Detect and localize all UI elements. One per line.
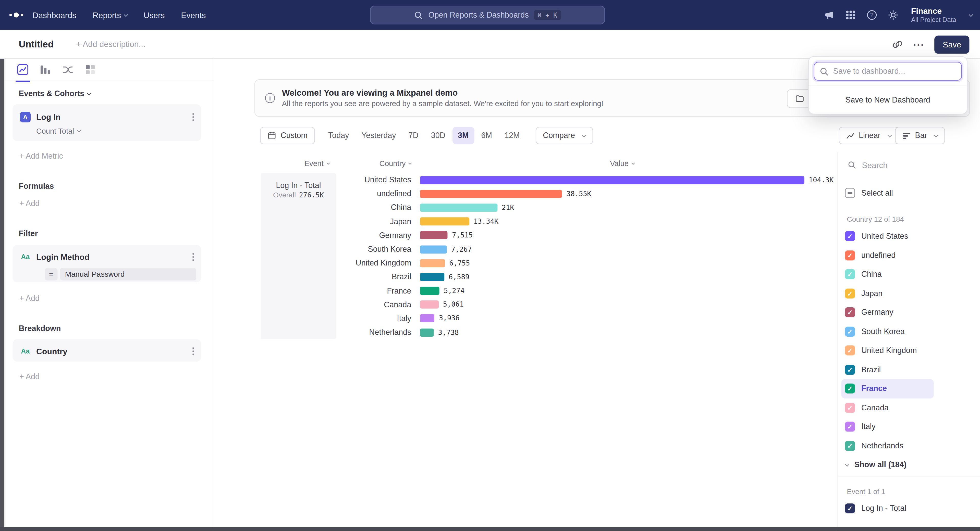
show-all-button[interactable]: Show all (184)	[838, 455, 980, 474]
project-switcher[interactable]: Finance All Project Data	[911, 6, 956, 24]
chart-type-button[interactable]: Bar	[895, 127, 945, 144]
preset-6m[interactable]: 6M	[476, 127, 498, 144]
bar-china[interactable]	[420, 203, 497, 212]
filter-item-netherlands[interactable]: Netherlands	[841, 436, 934, 455]
checkbox-checked-icon[interactable]	[845, 403, 855, 413]
checkbox-checked-icon[interactable]	[845, 308, 855, 317]
checkbox-checked-icon[interactable]	[845, 250, 855, 260]
aggregation-selector[interactable]: Count Total	[36, 127, 201, 135]
events-section-header[interactable]: Events & Cohorts	[19, 89, 90, 98]
add-breakdown-button[interactable]: + Add	[19, 372, 40, 381]
tab-insights[interactable]	[17, 59, 29, 81]
apps-grid-icon[interactable]	[845, 10, 856, 21]
checkbox-checked-icon[interactable]	[845, 384, 855, 393]
checkbox-checked-icon[interactable]	[845, 422, 855, 432]
kebab-menu-icon[interactable]	[191, 250, 195, 263]
horizontal-scrollbar[interactable]	[0, 527, 980, 531]
checkbox-checked-icon[interactable]	[845, 269, 855, 279]
divider	[838, 477, 980, 477]
breakdown-section-label: Breakdown	[19, 324, 61, 333]
select-all-checkbox[interactable]	[845, 188, 855, 198]
checkbox-checked-icon[interactable]	[845, 441, 855, 451]
nav-users[interactable]: Users	[143, 10, 165, 20]
column-header-event[interactable]: Event	[304, 159, 329, 168]
preset-3m[interactable]: 3M	[452, 127, 474, 144]
category-label: United Kingdom	[336, 258, 411, 267]
save-to-new-dashboard-option[interactable]: Save to New Dashboard	[814, 86, 962, 114]
kebab-menu-icon[interactable]	[191, 345, 195, 358]
bar-france[interactable]	[420, 287, 439, 295]
nav-events[interactable]: Events	[181, 10, 206, 20]
settings-gear-icon[interactable]	[887, 10, 899, 21]
nav-dashboards[interactable]: Dashboards	[32, 10, 76, 20]
filter-item-united-states[interactable]: United States	[841, 227, 934, 246]
bar-united-kingdom[interactable]	[420, 259, 445, 267]
kebab-menu-icon[interactable]	[191, 111, 195, 123]
event-name[interactable]: Log In	[36, 112, 191, 122]
add-filter-button[interactable]: + Add	[19, 294, 40, 303]
checkbox-checked-icon[interactable]	[845, 504, 855, 514]
add-formula-button[interactable]: + Add	[19, 199, 40, 208]
checkbox-checked-icon[interactable]	[845, 231, 855, 241]
bar-germany[interactable]	[420, 231, 448, 239]
vertical-scrollbar[interactable]	[0, 59, 4, 531]
tab-flows[interactable]	[62, 59, 74, 81]
checkbox-checked-icon[interactable]	[845, 346, 855, 355]
filter-operator[interactable]: =	[45, 268, 57, 280]
compare-button[interactable]: Compare	[535, 127, 593, 144]
global-search-button[interactable]: Open Reports & Dashboards ⌘ + K	[370, 6, 605, 24]
preset-12m[interactable]: 12M	[499, 127, 525, 144]
save-dashboard-input[interactable]	[814, 62, 962, 80]
filter-property-name[interactable]: Login Method	[36, 252, 191, 262]
filter-item-china[interactable]: China	[841, 265, 934, 284]
tab-funnels[interactable]	[39, 59, 51, 81]
report-title[interactable]: Untitled	[19, 39, 54, 49]
filter-item-united-kingdom[interactable]: United Kingdom	[841, 341, 934, 360]
preset-7d[interactable]: 7D	[403, 127, 424, 144]
bar-south-korea[interactable]	[420, 245, 447, 253]
add-description-field[interactable]: + Add description...	[76, 39, 145, 49]
checkbox-checked-icon[interactable]	[845, 327, 855, 336]
more-options-icon[interactable]	[913, 39, 924, 50]
add-metric-button[interactable]: + Add Metric	[19, 152, 63, 160]
bar-japan[interactable]	[420, 217, 469, 226]
filter-item-japan[interactable]: Japan	[841, 284, 934, 303]
filter-item-south-korea[interactable]: South Korea	[841, 322, 934, 341]
checkbox-checked-icon[interactable]	[845, 365, 855, 375]
preset-today[interactable]: Today	[323, 127, 355, 144]
megaphone-icon[interactable]	[824, 10, 835, 21]
help-icon[interactable]: ?	[866, 10, 877, 21]
events-section-label: Events & Cohorts	[19, 89, 84, 98]
filter-item-label: Netherlands	[861, 441, 904, 450]
filter-value[interactable]: Manual Password	[60, 268, 196, 280]
bar-brazil[interactable]	[420, 273, 444, 281]
custom-date-button[interactable]: Custom	[260, 127, 315, 144]
filter-item-germany[interactable]: Germany	[841, 303, 934, 322]
filter-item-brazil[interactable]: Brazil	[841, 360, 934, 379]
filter-item-canada[interactable]: Canada	[841, 398, 934, 417]
select-all-row[interactable]: Select all	[845, 185, 980, 200]
tab-retention[interactable]	[84, 59, 97, 81]
column-header-value[interactable]: Value	[610, 159, 634, 168]
bar-canada[interactable]	[420, 301, 439, 309]
checkbox-checked-icon[interactable]	[845, 288, 855, 298]
nav-reports[interactable]: Reports	[93, 10, 127, 20]
mixpanel-logo-icon[interactable]	[0, 13, 32, 17]
bar-united-states[interactable]	[420, 176, 804, 184]
column-header-country[interactable]: Country	[336, 159, 411, 168]
bar-netherlands[interactable]	[420, 328, 434, 336]
save-button[interactable]: Save	[935, 35, 969, 53]
bar-italy[interactable]	[420, 314, 434, 323]
breakdown-property-name[interactable]: Country	[36, 347, 191, 356]
filter-item-italy[interactable]: Italy	[841, 417, 934, 436]
line-scale-button[interactable]: Linear	[839, 127, 899, 144]
copy-link-icon[interactable]	[892, 39, 904, 50]
filter-item-france[interactable]: France	[841, 379, 934, 398]
preset-yesterday[interactable]: Yesterday	[356, 127, 402, 144]
bar-undefined[interactable]	[420, 190, 562, 198]
preset-30d[interactable]: 30D	[425, 127, 451, 144]
filter-item-undefined[interactable]: undefined	[841, 246, 934, 265]
filter-item-log-in-total[interactable]: Log In - Total	[841, 499, 934, 518]
segment-filter-panel: Search Select all Country 12 of 184 Unit…	[837, 152, 980, 531]
segment-search-input[interactable]: Search	[848, 157, 971, 173]
